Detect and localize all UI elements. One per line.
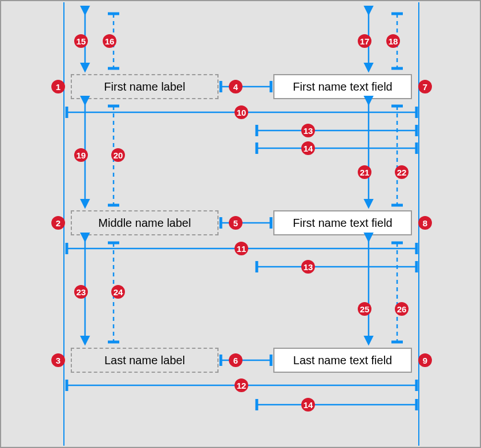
callout-2: 2 [51,216,65,230]
callout-7: 7 [418,80,432,93]
callout-8: 8 [418,216,432,230]
callout-6: 6 [229,353,242,367]
field-text: First name text field [293,80,393,93]
first-name-text-field[interactable]: First name text field [273,74,412,99]
last-name-text-field[interactable]: Last name text field [273,348,412,373]
callout-22: 22 [395,165,409,179]
callout-1: 1 [51,80,65,93]
callout-21: 21 [358,165,371,179]
callout-18: 18 [386,34,400,48]
callout-13b: 13 [301,260,315,274]
callout-25: 25 [358,302,371,316]
callout-24: 24 [111,285,125,299]
callout-14b: 14 [301,398,315,412]
callout-26: 26 [395,302,409,316]
callout-3: 3 [51,353,65,367]
middle-name-text-field[interactable]: First name text field [273,210,412,235]
callout-14a: 14 [301,141,315,155]
middle-name-label-box: Middle name label [71,210,219,235]
callout-23: 23 [74,285,88,299]
callout-19: 19 [74,148,88,162]
callout-12: 12 [235,378,248,392]
callout-5: 5 [229,216,242,230]
field-text: First name text field [293,217,393,229]
callout-4: 4 [229,80,242,93]
callout-10: 10 [235,105,248,119]
constraint-diagram: First name label First name text field M… [0,0,481,448]
label-text: Middle name label [98,217,191,229]
callout-9: 9 [418,353,432,367]
callout-15: 15 [74,34,88,48]
field-text: Last name text field [293,354,392,366]
callout-20: 20 [111,148,125,162]
first-name-label-box: First name label [71,74,219,99]
label-text: Last name label [104,354,185,366]
last-name-label-box: Last name label [71,348,219,373]
callout-13a: 13 [301,124,315,137]
label-text: First name label [104,80,185,93]
callout-17: 17 [358,34,371,48]
callout-11: 11 [235,242,248,255]
callout-16: 16 [103,34,116,48]
